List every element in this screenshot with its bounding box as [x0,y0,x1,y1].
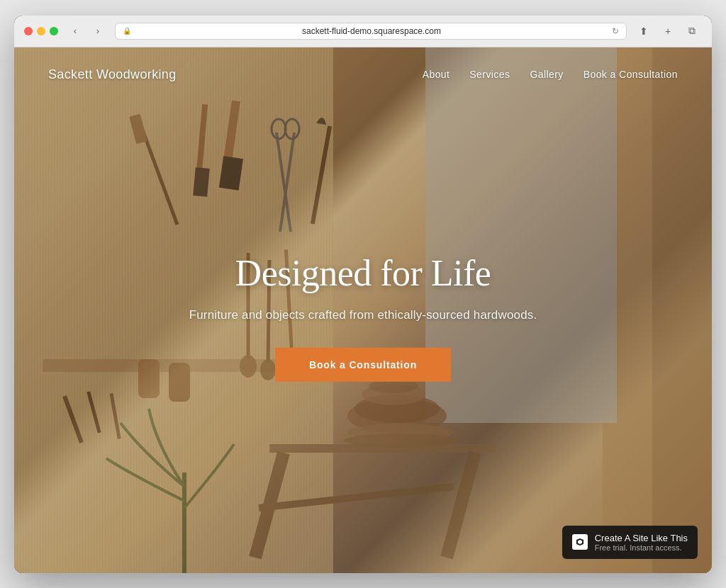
badge-subtitle: Free trial. Instant access. [595,543,688,552]
squarespace-badge[interactable]: Create A Site Like This Free trial. Inst… [562,526,698,559]
site-logo[interactable]: Sackett Woodworking [48,67,177,82]
traffic-lights [24,27,58,35]
squarespace-logo [572,534,588,550]
refresh-icon[interactable]: ↻ [612,26,619,36]
browser-actions: ⬆ + ⧉ [634,23,702,39]
hero-content: Designed for Life Furniture and objects … [14,251,712,381]
badge-text: Create A Site Like This Free trial. Inst… [595,533,688,552]
nav-services[interactable]: Services [469,69,510,80]
nav-gallery[interactable]: Gallery [530,69,563,80]
nav-about[interactable]: About [423,69,450,80]
share-button[interactable]: ⬆ [634,23,654,39]
plus-icon: + [665,26,671,37]
address-bar[interactable]: 🔒 sackett-fluid-demo.squarespace.com ↻ [115,23,627,40]
browser-window: ‹ › 🔒 sackett-fluid-demo.squarespace.com… [14,16,712,573]
nav-book-consultation[interactable]: Book a Consultation [583,69,678,80]
fullscreen-button[interactable] [50,27,58,35]
browser-nav: ‹ › [65,23,108,39]
share-icon: ⬆ [640,26,648,37]
tabs-icon: ⧉ [688,25,696,37]
forward-button[interactable]: › [88,23,108,39]
new-tab-button[interactable]: + [658,23,678,39]
browser-chrome: ‹ › 🔒 sackett-fluid-demo.squarespace.com… [14,16,712,47]
hero-title: Designed for Life [235,251,491,293]
forward-icon: › [96,26,99,36]
close-button[interactable] [24,27,33,35]
nav-links: About Services Gallery Book a Consultati… [423,69,678,80]
badge-title: Create A Site Like This [595,533,688,543]
back-icon: ‹ [74,26,77,36]
lock-icon: 🔒 [123,27,131,35]
minimize-button[interactable] [37,27,45,35]
tab-overview-button[interactable]: ⧉ [682,23,702,39]
hero-cta-button[interactable]: Book a Consultation [275,347,451,381]
website-viewport: Sackett Woodworking About Services Galle… [14,47,712,573]
hero-subtitle: Furniture and objects crafted from ethic… [189,307,537,322]
site-navigation: Sackett Woodworking About Services Galle… [14,47,712,102]
url-text: sackett-fluid-demo.squarespace.com [135,26,608,36]
back-button[interactable]: ‹ [65,23,85,39]
